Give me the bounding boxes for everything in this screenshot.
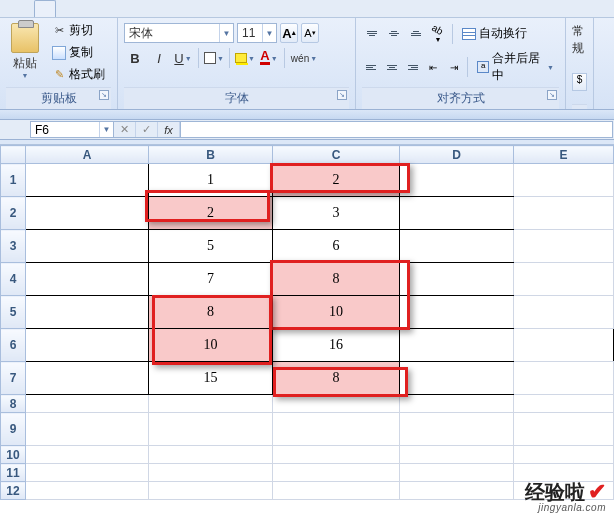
active-tab[interactable] <box>34 0 56 17</box>
align-center-button[interactable] <box>383 57 402 77</box>
row-head-3[interactable]: 3 <box>1 230 26 263</box>
increase-indent-button[interactable]: ⇥ <box>445 57 464 77</box>
chevron-down-icon[interactable]: ▼ <box>219 24 233 42</box>
row-head-6[interactable]: 6 <box>1 329 26 362</box>
cell-E6[interactable] <box>514 329 614 362</box>
cell-E9[interactable] <box>514 413 614 446</box>
cell-B3[interactable]: 5 <box>149 230 273 263</box>
cell-D6[interactable] <box>400 329 514 362</box>
select-all-corner[interactable] <box>1 146 26 164</box>
cell-B9[interactable] <box>149 413 273 446</box>
formula-input[interactable] <box>181 121 613 138</box>
decrease-font-button[interactable]: A▾ <box>301 23 319 43</box>
row-head-4[interactable]: 4 <box>1 263 26 296</box>
cell-E1[interactable] <box>514 164 614 197</box>
phonetic-button[interactable]: wén▼ <box>289 47 319 69</box>
increase-font-button[interactable]: A▴ <box>280 23 298 43</box>
cell-C9[interactable] <box>273 413 400 446</box>
align-right-button[interactable] <box>403 57 422 77</box>
format-painter-button[interactable]: ✎ 格式刷 <box>48 64 109 85</box>
cell-B6[interactable]: 10 <box>149 329 273 362</box>
border-button[interactable]: ▼ <box>203 47 225 69</box>
cell-A10[interactable] <box>26 446 149 464</box>
cell-D1[interactable] <box>400 164 514 197</box>
copy-button[interactable]: 复制 <box>48 42 109 63</box>
font-expand-icon[interactable]: ↘ <box>337 90 347 100</box>
decrease-indent-button[interactable]: ⇤ <box>424 57 443 77</box>
cell-B1[interactable]: 1 <box>149 164 273 197</box>
cell-D10[interactable] <box>400 446 514 464</box>
cell-A2[interactable] <box>26 197 149 230</box>
cell-D4[interactable] <box>400 263 514 296</box>
cell-E7[interactable] <box>514 362 614 395</box>
row-head-12[interactable]: 12 <box>1 482 26 500</box>
currency-button[interactable]: $ <box>572 73 587 91</box>
orientation-button[interactable]: ab▼ <box>428 24 448 44</box>
cell-E4[interactable] <box>514 263 614 296</box>
font-name-combo[interactable]: 宋体 ▼ <box>124 23 234 43</box>
cell-A7[interactable] <box>26 362 149 395</box>
cell-D9[interactable] <box>400 413 514 446</box>
row-head-7[interactable]: 7 <box>1 362 26 395</box>
row-head-11[interactable]: 11 <box>1 464 26 482</box>
cell-D3[interactable] <box>400 230 514 263</box>
accept-formula-button[interactable]: ✓ <box>136 122 158 137</box>
chevron-down-icon[interactable]: ▼ <box>99 122 113 137</box>
cell-B12[interactable] <box>149 482 273 500</box>
cell-A5[interactable] <box>26 296 149 329</box>
paste-button[interactable]: 粘贴 ▼ <box>6 20 44 87</box>
col-head-A[interactable]: A <box>26 146 149 164</box>
align-expand-icon[interactable]: ↘ <box>547 90 557 100</box>
align-left-button[interactable] <box>362 57 381 77</box>
cell-B2[interactable]: 2 <box>149 197 273 230</box>
cell-C8[interactable] <box>273 395 400 413</box>
bold-button[interactable]: B <box>124 47 146 69</box>
row-head-8[interactable]: 8 <box>1 395 26 413</box>
col-head-E[interactable]: E <box>514 146 614 164</box>
font-color-button[interactable]: A▼ <box>258 47 280 69</box>
row-head-10[interactable]: 10 <box>1 446 26 464</box>
align-bottom-button[interactable] <box>406 24 426 44</box>
cut-button[interactable]: ✂ 剪切 <box>48 20 109 41</box>
cell-A9[interactable] <box>26 413 149 446</box>
cell-C10[interactable] <box>273 446 400 464</box>
grid[interactable]: A B C D E 1 1 2 2 2 3 3 5 6 4 7 8 5 <box>0 145 614 500</box>
cell-B7[interactable]: 15 <box>149 362 273 395</box>
cell-D11[interactable] <box>400 464 514 482</box>
cell-C1[interactable]: 2 <box>273 164 400 197</box>
cell-B10[interactable] <box>149 446 273 464</box>
cell-C5[interactable]: 10 <box>273 296 400 329</box>
align-top-button[interactable] <box>362 24 382 44</box>
row-head-1[interactable]: 1 <box>1 164 26 197</box>
cell-D7[interactable] <box>400 362 514 395</box>
cell-C3[interactable]: 6 <box>273 230 400 263</box>
cell-C7[interactable]: 8 <box>273 362 400 395</box>
cell-C2[interactable]: 3 <box>273 197 400 230</box>
cell-E10[interactable] <box>514 446 614 464</box>
cell-D8[interactable] <box>400 395 514 413</box>
name-box[interactable]: F6 ▼ <box>30 121 114 138</box>
number-format-label[interactable]: 常规 <box>572 20 587 60</box>
cell-E5[interactable] <box>514 296 614 329</box>
col-head-C[interactable]: C <box>273 146 400 164</box>
font-size-combo[interactable]: 11 ▼ <box>237 23 277 43</box>
cell-B5[interactable]: 8 <box>149 296 273 329</box>
fx-button[interactable]: fx <box>158 122 180 137</box>
col-head-B[interactable]: B <box>149 146 273 164</box>
col-head-D[interactable]: D <box>400 146 514 164</box>
cell-E3[interactable] <box>514 230 614 263</box>
cell-A6[interactable] <box>26 329 149 362</box>
wrap-text-button[interactable]: 自动换行 <box>457 23 532 44</box>
cell-E8[interactable] <box>514 395 614 413</box>
cell-C12[interactable] <box>273 482 400 500</box>
cell-B4[interactable]: 7 <box>149 263 273 296</box>
cell-C11[interactable] <box>273 464 400 482</box>
clipboard-expand-icon[interactable]: ↘ <box>99 90 109 100</box>
row-head-5[interactable]: 5 <box>1 296 26 329</box>
cell-E2[interactable] <box>514 197 614 230</box>
fill-color-button[interactable]: ▼ <box>234 47 256 69</box>
cell-A4[interactable] <box>26 263 149 296</box>
cell-D2[interactable] <box>400 197 514 230</box>
align-middle-button[interactable] <box>384 24 404 44</box>
cell-A11[interactable] <box>26 464 149 482</box>
